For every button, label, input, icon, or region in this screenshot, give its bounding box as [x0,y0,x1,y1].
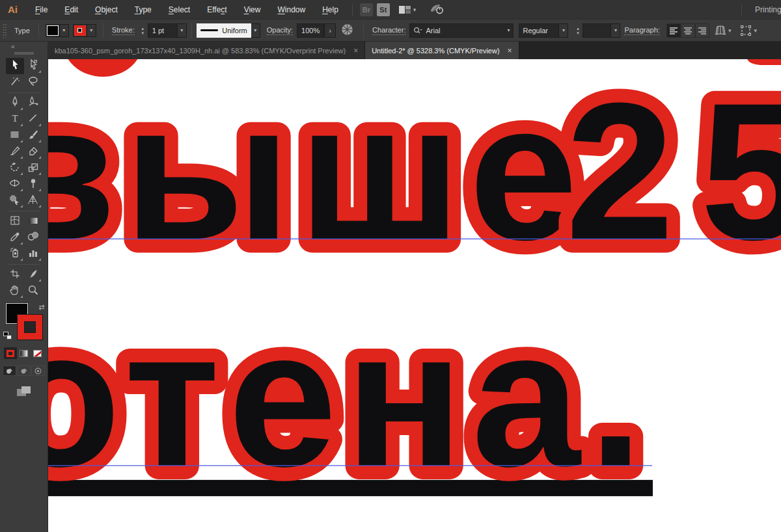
rectangle-tool[interactable] [6,127,24,144]
menu-item[interactable]: Edit [56,0,87,19]
document-tab[interactable]: Untitled-2* @ 5328.3% (CMYK/Preview) × [365,42,519,59]
direct-selection-tool[interactable] [24,58,42,74]
control-bar: Type ▾ ▾ Stroke: ▴ ▾ 1 pt ▾ Uniform ▾ Op… [0,19,781,42]
font-style-select[interactable]: Regular [519,23,559,38]
document-tab[interactable]: kba105-360_psm_goroh_173x137x40_1309H_nh… [48,42,365,59]
bridge-button[interactable]: Br [360,3,373,16]
perspective-grid-tool[interactable] [24,193,42,209]
opacity-panel-arrow[interactable]: › [324,23,336,38]
align-center-button[interactable] [681,23,695,38]
opacity-input[interactable]: 100% [297,23,324,38]
menu-item[interactable]: Window [269,0,314,19]
line-segment-tool[interactable] [24,111,42,127]
font-size-stepper[interactable]: ▴ ▾ [573,23,582,38]
font-size-input[interactable] [582,23,611,38]
fill-color-control: ▾ [46,24,69,37]
text-row1-right[interactable]: 25 [566,62,781,280]
rotate-tool[interactable] [6,160,24,176]
collapse-panel-button[interactable]: « [0,42,48,51]
width-tool[interactable] [6,176,24,193]
recolor-artwork-icon[interactable] [341,23,353,37]
draw-behind-button[interactable] [17,366,31,376]
controlbar-grip[interactable] [3,23,7,38]
gradient-button[interactable] [18,347,31,359]
column-graph-tool[interactable] [24,246,42,262]
paintbrush-tool[interactable] [24,127,42,144]
blend-tool[interactable] [24,230,42,246]
screen-mode-icon [16,385,33,398]
magic-wand-tool[interactable] [6,74,24,90]
selection-tool[interactable] [6,58,24,74]
mesh-tool[interactable] [6,213,24,230]
make-envelope-button[interactable]: ▾ [715,25,732,36]
stroke-label[interactable]: Stroke: [112,26,135,35]
stroke-weight-input[interactable]: 1 pt [148,23,178,38]
font-family-select[interactable]: Arial ▾ [409,23,514,38]
menu-item[interactable]: Select [160,0,199,19]
stroke-swatch-dropdown[interactable]: ▾ [87,24,96,37]
menu-item[interactable]: File [27,0,56,19]
chevron-down-icon: ▾ [562,27,565,33]
document-area: kba105-360_psm_goroh_173x137x40_1309H_nh… [48,42,781,532]
color-button[interactable] [4,347,17,359]
canvas[interactable]: выше 25 отена. [48,59,781,532]
workspace-switcher[interactable]: ▾ [398,5,417,15]
main-menu: File Edit Object Type Select Effect View… [27,0,347,19]
menu-item[interactable]: Help [314,0,347,19]
align-right-icon [698,27,707,34]
opacity-label[interactable]: Opacity: [267,26,293,35]
stroke-color-box[interactable] [18,315,42,339]
eyedropper-tool[interactable] [6,230,24,246]
tools-panel: « T [0,42,48,532]
font-search-icon [413,27,422,34]
font-size-dropdown[interactable]: ▾ [611,23,620,38]
font-style-dropdown[interactable]: ▾ [559,23,568,38]
draw-inside-button[interactable] [31,366,45,376]
hand-tool[interactable] [6,283,24,299]
stroke-swatch[interactable] [73,24,87,37]
align-left-button[interactable] [666,23,681,38]
curvature-tool[interactable] [24,95,42,111]
slice-tool[interactable] [24,267,42,283]
default-fill-stroke-icon[interactable] [3,332,12,339]
fill-swatch-dropdown[interactable]: ▾ [60,24,69,37]
none-button[interactable] [31,347,44,359]
paragraph-label[interactable]: Paragraph: [624,26,659,35]
character-label[interactable]: Character: [372,26,405,35]
gpu-performance-icon[interactable] [429,2,445,17]
puppet-warp-tool[interactable] [24,176,42,193]
menubar-divider-right [741,4,742,16]
fill-swatch[interactable] [46,24,60,37]
menu-item[interactable]: Object [87,0,126,19]
tools-panel-grip[interactable] [14,51,34,57]
pen-tool[interactable] [6,95,24,111]
stroke-weight-dropdown[interactable]: ▾ [178,23,187,38]
illustrator-window: Ai File Edit Object Type Select Effect V… [0,0,781,532]
shaper-tool[interactable] [6,144,24,160]
stock-button[interactable]: St [377,3,390,16]
transform-options-button[interactable]: ▾ [740,25,757,36]
text-row1-left[interactable]: выше [48,62,586,280]
font-family-value: Arial [426,27,507,34]
menu-item[interactable]: View [236,0,269,19]
chevron-down-icon: ▾ [180,27,183,33]
menu-item[interactable]: Effect [199,0,235,19]
stroke-profile-select[interactable]: Uniform [197,23,251,38]
eraser-tool[interactable] [24,144,42,160]
lasso-tool[interactable] [24,74,42,90]
text-row2[interactable]: отена. [48,289,651,507]
menu-item[interactable]: Type [126,0,160,19]
draw-normal-button[interactable] [3,366,16,376]
stroke-profile-dropdown[interactable]: ▾ [251,23,260,38]
zoom-tool[interactable] [24,283,42,299]
type-tool[interactable]: T [6,111,24,127]
symbol-sprayer-tool[interactable] [6,246,24,262]
swap-fill-stroke-icon[interactable]: ⇄ [38,303,44,312]
screen-mode-button[interactable] [16,385,33,401]
scale-tool[interactable] [24,160,42,176]
shape-builder-tool[interactable] [6,193,24,209]
align-right-button[interactable] [695,23,709,38]
artboard-tool[interactable] [6,267,24,283]
gradient-tool[interactable] [24,213,42,230]
stroke-weight-stepper[interactable]: ▴ ▾ [139,23,147,38]
